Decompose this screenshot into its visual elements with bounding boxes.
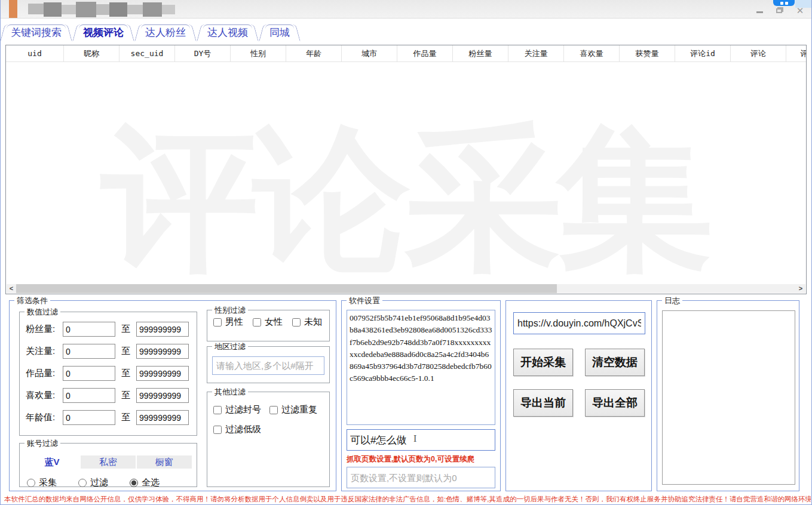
- segment-private[interactable]: 私密: [81, 455, 136, 469]
- censored-app-title: [9, 0, 175, 19]
- column-header-sec-uid[interactable]: sec_uid: [119, 45, 175, 61]
- restore-button[interactable]: [774, 5, 785, 15]
- checkbox-filter-lowlevel-input[interactable]: [213, 426, 222, 434]
- column-header-city[interactable]: 城市: [342, 45, 397, 61]
- tab-creator-videos[interactable]: 达人视频: [203, 24, 252, 41]
- keyword-input[interactable]: [347, 429, 495, 451]
- radio-select-all[interactable]: 全选: [130, 477, 160, 488]
- column-header-follow-count[interactable]: 关注量: [508, 45, 564, 61]
- column-header-comment-id[interactable]: 评论id: [675, 45, 731, 61]
- follow-min-input[interactable]: [63, 344, 115, 359]
- checkbox-male-input[interactable]: [213, 318, 222, 327]
- tab-same-city[interactable]: 同城: [265, 24, 294, 41]
- column-header-likes-count[interactable]: 喜欢量: [564, 45, 620, 61]
- tab-video-comments[interactable]: 视频评论: [79, 24, 128, 41]
- works-range-label: 作品量:: [26, 368, 63, 379]
- log-panel: 日志: [657, 300, 799, 491]
- column-header-nickname[interactable]: 昵称: [64, 45, 119, 61]
- minimize-button[interactable]: [754, 5, 765, 15]
- likes-range-row: 喜欢量: 至: [20, 384, 197, 407]
- checkbox-filter-banned[interactable]: 过滤封号: [213, 404, 261, 415]
- likes-max-input[interactable]: [136, 388, 189, 403]
- account-filter-title: 账号过滤: [24, 438, 60, 449]
- checkbox-unknown[interactable]: 未知: [292, 316, 322, 328]
- column-header-uid[interactable]: uid: [6, 45, 64, 61]
- close-button[interactable]: ✕: [795, 5, 805, 15]
- log-list[interactable]: [662, 310, 795, 485]
- checkbox-filter-duplicate-input[interactable]: [269, 406, 278, 414]
- age-max-input[interactable]: [136, 410, 189, 425]
- censored-block: [109, 2, 127, 17]
- radio-select-all-label: 全选: [142, 477, 160, 488]
- range-to-label: 至: [121, 368, 130, 379]
- checkbox-filter-duplicate-label: 过滤重复: [281, 404, 317, 415]
- actions-panel: 开始采集 清空数据 导出当前 导出全部: [505, 300, 652, 491]
- radio-collect[interactable]: 采集: [27, 477, 57, 488]
- column-header-comment[interactable]: 评论: [731, 45, 786, 61]
- fans-min-input[interactable]: [63, 322, 115, 337]
- region-filter-group: 地区过滤: [207, 346, 330, 383]
- censored-block: [28, 4, 44, 14]
- column-header-fans-count[interactable]: 粉丝量: [453, 45, 508, 61]
- radio-collect-input[interactable]: [27, 479, 35, 487]
- column-header-age[interactable]: 年龄: [286, 45, 342, 61]
- column-header-comment-partial[interactable]: 评: [786, 45, 807, 61]
- region-input[interactable]: [212, 356, 324, 375]
- video-url-input[interactable]: [513, 312, 645, 334]
- checkbox-filter-banned-input[interactable]: [213, 406, 222, 414]
- scrollbar-thumb[interactable]: [16, 284, 557, 293]
- app-window: ✕ 关键词搜索 视频评论 达人粉丝 达人视频 同城 uid 昵称 sec_uid…: [0, 0, 812, 505]
- checkbox-unknown-input[interactable]: [292, 318, 301, 327]
- works-max-input[interactable]: [136, 366, 189, 381]
- age-min-input[interactable]: [63, 410, 115, 425]
- checkbox-filter-lowlevel[interactable]: 过滤低级: [213, 424, 261, 435]
- tab-keyword-search[interactable]: 关键词搜索: [7, 24, 66, 41]
- software-settings-title: 软件设置: [347, 295, 382, 306]
- column-header-works-count[interactable]: 作品量: [397, 45, 453, 61]
- works-min-input[interactable]: [63, 366, 115, 381]
- export-current-button[interactable]: 导出当前: [513, 389, 573, 417]
- log-panel-title: 日志: [662, 295, 682, 306]
- column-header-dy-id[interactable]: DY号: [175, 45, 231, 61]
- clear-data-button[interactable]: 清空数据: [585, 349, 645, 376]
- radio-filter-input[interactable]: [78, 479, 87, 487]
- license-key-textarea[interactable]: 007952f5b5b741eb1ef95068a8d1b95e4d03b8a4…: [347, 310, 495, 425]
- disclaimer-text: 本软件汇总的数据均来自网络公开信息，仅供学习体验，不得商用！请勿将分析数据用于个…: [4, 495, 811, 504]
- titlebar: ✕: [1, 0, 811, 19]
- horizontal-scrollbar[interactable]: < >: [7, 284, 805, 293]
- column-header-praise-count[interactable]: 获赞量: [620, 45, 675, 61]
- censored-block: [76, 2, 96, 17]
- tab-creator-fans[interactable]: 达人粉丝: [141, 24, 190, 41]
- censored-block: [44, 2, 62, 17]
- checkbox-male-label: 男性: [225, 316, 243, 328]
- likes-range-label: 喜欢量:: [26, 390, 63, 401]
- likes-min-input[interactable]: [63, 388, 115, 403]
- gender-checkbox-row: 男性 女性 未知: [213, 316, 323, 328]
- segment-showcase[interactable]: 橱窗: [137, 455, 192, 469]
- range-to-label: 至: [121, 412, 130, 423]
- checkbox-male[interactable]: 男性: [213, 316, 243, 328]
- other-checkbox-row2: 过滤低级: [213, 424, 323, 435]
- scroll-left-icon[interactable]: <: [7, 284, 16, 293]
- fans-range-label: 粉丝量:: [26, 324, 63, 335]
- export-all-button[interactable]: 导出全部: [585, 389, 645, 417]
- radio-filter[interactable]: 过滤: [78, 477, 108, 488]
- column-header-gender[interactable]: 性别: [231, 45, 286, 61]
- segment-blue-v[interactable]: 蓝V: [24, 455, 79, 469]
- checkbox-female-input[interactable]: [253, 318, 261, 327]
- checkbox-filter-duplicate[interactable]: 过滤重复: [269, 404, 317, 415]
- fans-max-input[interactable]: [136, 322, 189, 337]
- start-collect-button[interactable]: 开始采集: [513, 349, 573, 376]
- scroll-right-icon[interactable]: >: [796, 284, 805, 293]
- page-count-input[interactable]: [347, 467, 495, 488]
- other-filter-group: 其他过滤 过滤封号 过滤重复 过滤低级: [207, 392, 330, 487]
- numeric-filter-group: 数值过滤 粉丝量: 至 关注量: 至 作品量: 至: [19, 312, 197, 436]
- censored-block: [127, 5, 143, 14]
- range-to-label: 至: [121, 324, 130, 335]
- checkbox-female[interactable]: 女性: [253, 316, 283, 328]
- range-to-label: 至: [121, 346, 130, 357]
- scrollbar-track[interactable]: [16, 284, 796, 293]
- follow-max-input[interactable]: [136, 344, 189, 359]
- radio-select-all-input[interactable]: [130, 479, 138, 487]
- software-settings-panel: 软件设置 007952f5b5b741eb1ef95068a8d1b95e4d0…: [341, 300, 501, 491]
